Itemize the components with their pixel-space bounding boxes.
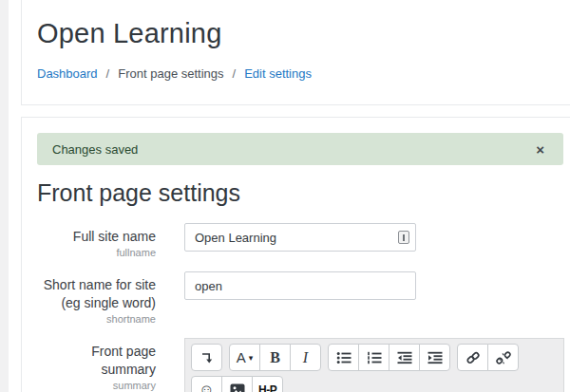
fullname-input[interactable] [184,223,416,252]
page-title: Front page settings [37,179,563,207]
indent-icon[interactable] [419,344,450,371]
toolbar-group-text: A ▾ B I [229,344,321,371]
fullname-shortlabel: fullname [37,246,156,260]
shortname-label-group: Short name for site (eg single word) sho… [37,271,156,327]
page: Open Learning Dashboard / Front page set… [0,0,570,392]
summary-field: A ▾ B I [184,338,564,392]
close-icon[interactable]: × [530,140,550,159]
unordered-list-icon[interactable] [328,344,359,371]
page-left-gutter [0,0,9,392]
toolbar-group-links [457,344,519,371]
collapse-toolbar-icon[interactable] [191,344,222,371]
breadcrumb-link-dashboard[interactable]: Dashboard [37,66,98,81]
breadcrumb-link-edit-settings[interactable]: Edit settings [244,66,312,81]
form-row-summary: Front page summary summary [37,338,563,392]
shortname-input[interactable] [184,271,416,300]
image-icon[interactable] [221,376,253,392]
chevron-down-icon: ▾ [249,353,254,363]
shortname-shortlabel: shortname [37,312,156,327]
required-icon [398,231,409,244]
h5p-button[interactable]: H-P [252,376,283,392]
form-row-shortname: Short name for site (eg single word) sho… [37,271,563,327]
editor-toolbar: A ▾ B I [184,338,564,392]
summary-label-group: Front page summary summary [37,338,156,392]
shortname-label: Short name for site [37,276,156,294]
shortname-label-line2: (eg single word) [37,294,156,312]
shortname-field [184,271,416,300]
outdent-icon[interactable] [389,344,420,371]
fullname-field [184,223,416,252]
italic-button[interactable]: I [290,344,321,371]
fullname-label: Full site name [37,228,156,246]
front-page-settings-form: Full site name fullname Short name for s… [37,223,563,392]
breadcrumb: Dashboard / Front page settings / Edit s… [37,66,563,81]
breadcrumb-separator: / [106,66,110,81]
settings-card: Changes saved × Front page settings Full… [21,117,570,392]
atto-editor: A ▾ B I [184,338,564,392]
ordered-list-icon[interactable] [358,344,390,371]
font-style-menu[interactable]: A ▾ [229,344,260,371]
toolbar-group-lists [328,344,450,371]
toolbar-group-collapse [191,344,222,371]
bold-button[interactable]: B [259,344,291,371]
toolbar-row-1: A ▾ B I [191,344,558,371]
link-icon[interactable] [457,344,488,371]
unlink-icon[interactable] [487,344,519,371]
toolbar-row-2: ☺ [191,376,558,392]
emoticon-icon[interactable]: ☺ [191,376,222,392]
breadcrumb-item-front-page-settings: Front page settings [118,66,223,81]
form-row-fullname: Full site name fullname [37,223,563,260]
page-header-card: Open Learning Dashboard / Front page set… [21,0,570,105]
fullname-label-group: Full site name fullname [37,223,156,260]
changes-saved-alert: Changes saved × [37,133,563,165]
breadcrumb-separator: / [233,66,237,81]
toolbar-group-media: ☺ [191,376,283,392]
alert-message: Changes saved [52,142,530,157]
summary-label: Front page summary [37,343,156,379]
site-title: Open Learning [37,18,563,49]
summary-shortlabel: summary [37,379,156,392]
